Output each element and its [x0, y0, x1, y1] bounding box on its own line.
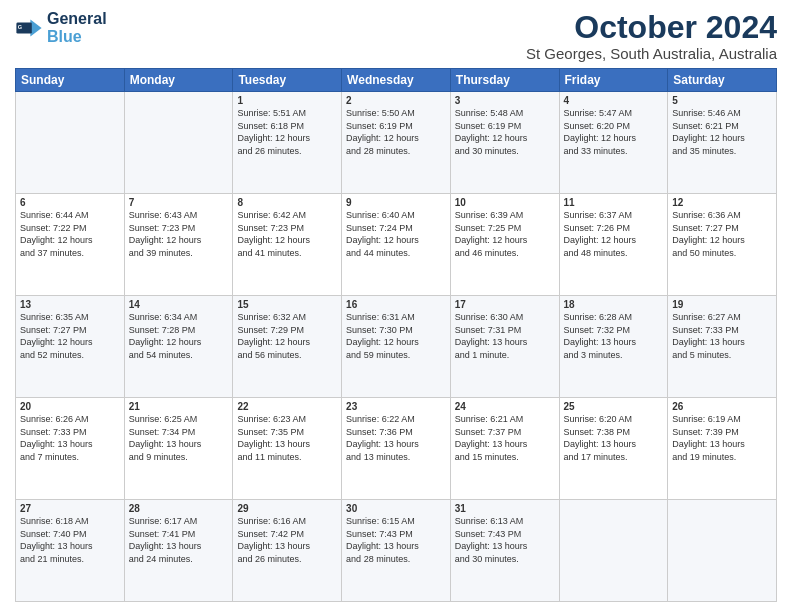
day-info: Sunrise: 6:44 AM Sunset: 7:22 PM Dayligh… [20, 209, 120, 259]
day-info: Sunrise: 6:26 AM Sunset: 7:33 PM Dayligh… [20, 413, 120, 463]
day-number: 30 [346, 503, 446, 514]
day-info: Sunrise: 6:32 AM Sunset: 7:29 PM Dayligh… [237, 311, 337, 361]
header-cell-sunday: Sunday [16, 69, 125, 92]
day-number: 24 [455, 401, 555, 412]
day-info: Sunrise: 6:36 AM Sunset: 7:27 PM Dayligh… [672, 209, 772, 259]
day-number: 2 [346, 95, 446, 106]
day-number: 28 [129, 503, 229, 514]
header-cell-tuesday: Tuesday [233, 69, 342, 92]
day-cell: 31Sunrise: 6:13 AM Sunset: 7:43 PM Dayli… [450, 500, 559, 602]
day-cell: 24Sunrise: 6:21 AM Sunset: 7:37 PM Dayli… [450, 398, 559, 500]
day-number: 1 [237, 95, 337, 106]
day-number: 15 [237, 299, 337, 310]
day-cell: 21Sunrise: 6:25 AM Sunset: 7:34 PM Dayli… [124, 398, 233, 500]
day-number: 5 [672, 95, 772, 106]
day-number: 8 [237, 197, 337, 208]
header-cell-monday: Monday [124, 69, 233, 92]
day-cell: 8Sunrise: 6:42 AM Sunset: 7:23 PM Daylig… [233, 194, 342, 296]
day-info: Sunrise: 6:35 AM Sunset: 7:27 PM Dayligh… [20, 311, 120, 361]
day-info: Sunrise: 5:50 AM Sunset: 6:19 PM Dayligh… [346, 107, 446, 157]
day-number: 19 [672, 299, 772, 310]
day-cell: 19Sunrise: 6:27 AM Sunset: 7:33 PM Dayli… [668, 296, 777, 398]
day-info: Sunrise: 5:46 AM Sunset: 6:21 PM Dayligh… [672, 107, 772, 157]
day-cell: 27Sunrise: 6:18 AM Sunset: 7:40 PM Dayli… [16, 500, 125, 602]
day-cell: 15Sunrise: 6:32 AM Sunset: 7:29 PM Dayli… [233, 296, 342, 398]
day-cell: 7Sunrise: 6:43 AM Sunset: 7:23 PM Daylig… [124, 194, 233, 296]
logo-line1: General [47, 10, 107, 28]
day-info: Sunrise: 5:47 AM Sunset: 6:20 PM Dayligh… [564, 107, 664, 157]
day-info: Sunrise: 6:13 AM Sunset: 7:43 PM Dayligh… [455, 515, 555, 565]
svg-text:G: G [18, 24, 22, 30]
day-info: Sunrise: 6:37 AM Sunset: 7:26 PM Dayligh… [564, 209, 664, 259]
title-area: October 2024 St Georges, South Australia… [526, 10, 777, 62]
header-cell-saturday: Saturday [668, 69, 777, 92]
calendar-page: G General Blue October 2024 St Georges, … [0, 0, 792, 612]
header-cell-thursday: Thursday [450, 69, 559, 92]
day-info: Sunrise: 6:30 AM Sunset: 7:31 PM Dayligh… [455, 311, 555, 361]
day-cell: 9Sunrise: 6:40 AM Sunset: 7:24 PM Daylig… [342, 194, 451, 296]
day-number: 29 [237, 503, 337, 514]
week-row-4: 20Sunrise: 6:26 AM Sunset: 7:33 PM Dayli… [16, 398, 777, 500]
header-row: SundayMondayTuesdayWednesdayThursdayFrid… [16, 69, 777, 92]
day-cell: 18Sunrise: 6:28 AM Sunset: 7:32 PM Dayli… [559, 296, 668, 398]
day-number: 22 [237, 401, 337, 412]
day-info: Sunrise: 5:51 AM Sunset: 6:18 PM Dayligh… [237, 107, 337, 157]
day-info: Sunrise: 6:17 AM Sunset: 7:41 PM Dayligh… [129, 515, 229, 565]
day-cell: 11Sunrise: 6:37 AM Sunset: 7:26 PM Dayli… [559, 194, 668, 296]
day-cell: 25Sunrise: 6:20 AM Sunset: 7:38 PM Dayli… [559, 398, 668, 500]
subtitle: St Georges, South Australia, Australia [526, 45, 777, 62]
week-row-5: 27Sunrise: 6:18 AM Sunset: 7:40 PM Dayli… [16, 500, 777, 602]
day-cell: 1Sunrise: 5:51 AM Sunset: 6:18 PM Daylig… [233, 92, 342, 194]
day-cell: 16Sunrise: 6:31 AM Sunset: 7:30 PM Dayli… [342, 296, 451, 398]
day-cell: 5Sunrise: 5:46 AM Sunset: 6:21 PM Daylig… [668, 92, 777, 194]
day-number: 3 [455, 95, 555, 106]
day-number: 17 [455, 299, 555, 310]
week-row-1: 1Sunrise: 5:51 AM Sunset: 6:18 PM Daylig… [16, 92, 777, 194]
day-info: Sunrise: 5:48 AM Sunset: 6:19 PM Dayligh… [455, 107, 555, 157]
day-info: Sunrise: 6:40 AM Sunset: 7:24 PM Dayligh… [346, 209, 446, 259]
day-info: Sunrise: 6:18 AM Sunset: 7:40 PM Dayligh… [20, 515, 120, 565]
day-info: Sunrise: 6:28 AM Sunset: 7:32 PM Dayligh… [564, 311, 664, 361]
day-cell: 30Sunrise: 6:15 AM Sunset: 7:43 PM Dayli… [342, 500, 451, 602]
day-number: 31 [455, 503, 555, 514]
day-info: Sunrise: 6:34 AM Sunset: 7:28 PM Dayligh… [129, 311, 229, 361]
day-number: 16 [346, 299, 446, 310]
day-info: Sunrise: 6:22 AM Sunset: 7:36 PM Dayligh… [346, 413, 446, 463]
day-info: Sunrise: 6:23 AM Sunset: 7:35 PM Dayligh… [237, 413, 337, 463]
logo: G General Blue [15, 10, 107, 45]
week-row-3: 13Sunrise: 6:35 AM Sunset: 7:27 PM Dayli… [16, 296, 777, 398]
logo-icon: G [15, 14, 43, 42]
day-info: Sunrise: 6:31 AM Sunset: 7:30 PM Dayligh… [346, 311, 446, 361]
day-number: 14 [129, 299, 229, 310]
day-number: 11 [564, 197, 664, 208]
day-cell: 22Sunrise: 6:23 AM Sunset: 7:35 PM Dayli… [233, 398, 342, 500]
day-cell [559, 500, 668, 602]
day-cell: 6Sunrise: 6:44 AM Sunset: 7:22 PM Daylig… [16, 194, 125, 296]
day-cell [16, 92, 125, 194]
day-cell: 23Sunrise: 6:22 AM Sunset: 7:36 PM Dayli… [342, 398, 451, 500]
day-number: 27 [20, 503, 120, 514]
day-number: 25 [564, 401, 664, 412]
day-info: Sunrise: 6:15 AM Sunset: 7:43 PM Dayligh… [346, 515, 446, 565]
logo-line2: Blue [47, 28, 82, 45]
day-number: 12 [672, 197, 772, 208]
logo-text: General Blue [47, 10, 107, 45]
day-cell: 28Sunrise: 6:17 AM Sunset: 7:41 PM Dayli… [124, 500, 233, 602]
calendar-table: SundayMondayTuesdayWednesdayThursdayFrid… [15, 68, 777, 602]
day-info: Sunrise: 6:16 AM Sunset: 7:42 PM Dayligh… [237, 515, 337, 565]
day-cell: 26Sunrise: 6:19 AM Sunset: 7:39 PM Dayli… [668, 398, 777, 500]
day-cell: 2Sunrise: 5:50 AM Sunset: 6:19 PM Daylig… [342, 92, 451, 194]
day-number: 10 [455, 197, 555, 208]
day-info: Sunrise: 6:39 AM Sunset: 7:25 PM Dayligh… [455, 209, 555, 259]
day-cell: 13Sunrise: 6:35 AM Sunset: 7:27 PM Dayli… [16, 296, 125, 398]
day-info: Sunrise: 6:27 AM Sunset: 7:33 PM Dayligh… [672, 311, 772, 361]
day-number: 13 [20, 299, 120, 310]
main-title: October 2024 [526, 10, 777, 45]
day-cell: 20Sunrise: 6:26 AM Sunset: 7:33 PM Dayli… [16, 398, 125, 500]
day-info: Sunrise: 6:19 AM Sunset: 7:39 PM Dayligh… [672, 413, 772, 463]
day-number: 9 [346, 197, 446, 208]
day-number: 20 [20, 401, 120, 412]
day-cell: 29Sunrise: 6:16 AM Sunset: 7:42 PM Dayli… [233, 500, 342, 602]
day-number: 4 [564, 95, 664, 106]
day-cell: 10Sunrise: 6:39 AM Sunset: 7:25 PM Dayli… [450, 194, 559, 296]
